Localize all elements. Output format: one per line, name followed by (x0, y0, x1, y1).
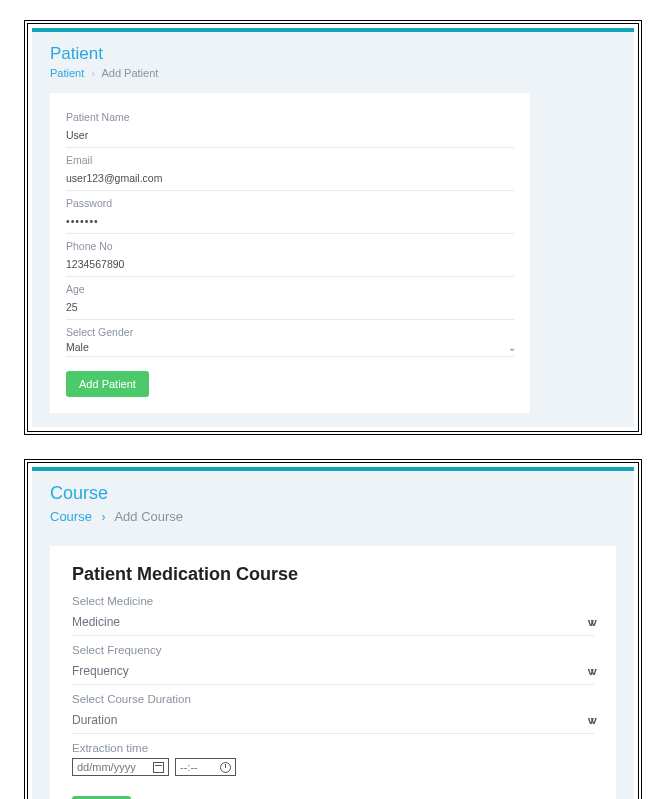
field-frequency: Select Frequency Frequency vv (72, 644, 594, 685)
time-input[interactable] (180, 761, 216, 773)
select-medicine[interactable]: Medicine vv (72, 611, 594, 636)
breadcrumb-root[interactable]: Course (50, 509, 92, 524)
patient-panel: Patient Patient › Add Patient Patient Na… (24, 20, 642, 435)
label-gender: Select Gender (66, 326, 514, 338)
field-phone: Phone No (66, 234, 514, 277)
course-panel: Course Course › Add Course Patient Medic… (24, 459, 642, 799)
field-medicine: Select Medicine Medicine vv (72, 595, 594, 636)
patient-panel-inner: Patient Patient › Add Patient Patient Na… (32, 28, 634, 427)
course-panel-inner: Course Course › Add Course Patient Medic… (32, 467, 634, 799)
field-duration: Select Course Duration Duration vv (72, 693, 594, 734)
breadcrumb: Patient › Add Patient (50, 67, 616, 79)
input-phone[interactable] (66, 257, 514, 271)
breadcrumb-current: Add Patient (101, 67, 158, 79)
breadcrumb: Course › Add Course (50, 509, 616, 524)
field-password: Password (66, 191, 514, 234)
label-phone: Phone No (66, 240, 514, 252)
page-title: Course (50, 483, 616, 504)
label-duration: Select Course Duration (72, 693, 594, 705)
page-title: Patient (50, 44, 616, 64)
chevron-down-icon: vv (588, 665, 594, 677)
input-email[interactable] (66, 171, 514, 185)
select-duration[interactable]: Duration vv (72, 709, 594, 734)
chevron-down-icon: vv (588, 616, 594, 628)
input-password[interactable] (66, 214, 514, 228)
chevron-down-icon: vv (588, 714, 594, 726)
chevron-right-icon: › (102, 510, 106, 524)
field-gender: Select Gender Male ⌄ (66, 320, 514, 361)
input-age[interactable] (66, 300, 514, 314)
label-medicine: Select Medicine (72, 595, 594, 607)
breadcrumb-root[interactable]: Patient (50, 67, 84, 79)
label-email: Email (66, 154, 514, 166)
select-frequency-placeholder: Frequency (72, 664, 129, 678)
input-patient-name[interactable] (66, 128, 514, 142)
field-extraction-time: Extraction time (72, 742, 594, 776)
calendar-icon (153, 762, 164, 773)
select-medicine-placeholder: Medicine (72, 615, 120, 629)
date-input-wrapper[interactable] (72, 758, 169, 776)
label-frequency: Select Frequency (72, 644, 594, 656)
select-gender[interactable]: Male ⌄ (66, 340, 514, 357)
breadcrumb-current: Add Course (114, 509, 183, 524)
add-patient-button[interactable]: Add Patient (66, 371, 149, 397)
field-age: Age (66, 277, 514, 320)
datetime-row (72, 758, 594, 776)
label-extraction: Extraction time (72, 742, 594, 754)
chevron-down-icon: ⌄ (508, 342, 514, 353)
date-input[interactable] (77, 761, 149, 773)
select-frequency[interactable]: Frequency vv (72, 660, 594, 685)
course-heading: Patient Medication Course (72, 564, 594, 585)
select-gender-value: Male (66, 340, 89, 354)
time-input-wrapper[interactable] (175, 758, 236, 776)
field-email: Email (66, 148, 514, 191)
chevron-right-icon: › (91, 67, 95, 79)
label-password: Password (66, 197, 514, 209)
field-patient-name: Patient Name (66, 105, 514, 148)
clock-icon (220, 762, 231, 773)
select-duration-placeholder: Duration (72, 713, 117, 727)
patient-form-card: Patient Name Email Password Phone No Age (50, 93, 530, 413)
course-form-card: Patient Medication Course Select Medicin… (50, 546, 616, 799)
label-patient-name: Patient Name (66, 111, 514, 123)
label-age: Age (66, 283, 514, 295)
